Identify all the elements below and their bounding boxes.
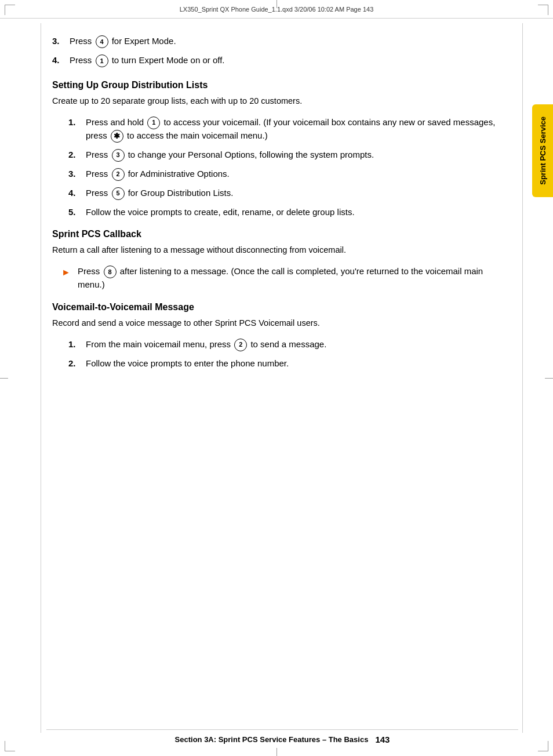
section1-heading: Setting Up Group Distribution Lists (52, 80, 512, 90)
side-tab-label: Sprint PCS Service (539, 117, 547, 185)
key-8-callback: 8 (104, 266, 117, 278)
top-list-item-3: 3. Press 4 for Expert Mode. (52, 35, 512, 48)
section1-item-4-text: Press 5 for Group Distribution Lists. (86, 187, 233, 200)
section1-item-5: 5. Follow the voice prompts to create, e… (68, 206, 512, 219)
key-1-voicemail: 1 (147, 117, 160, 129)
main-content: 3. Press 4 for Expert Mode. 4. Press 1 t… (46, 23, 518, 721)
reg-mark-right (545, 378, 553, 379)
key-1-expert: 1 (96, 54, 108, 67)
section1-item-2: 2. Press 3 to change your Personal Optio… (68, 148, 512, 162)
section3-intro: Record and send a voice message to other… (52, 317, 512, 330)
section-voicemail-msg: Voicemail-to-Voicemail Message Record an… (52, 302, 512, 370)
section1-item-3: 3. Press 2 for Administrative Options. (68, 168, 512, 181)
page-header: LX350_Sprint QX Phone Guide_1.1.qxd 3/20… (0, 0, 553, 19)
section1-item-3-text: Press 2 for Administrative Options. (86, 168, 230, 181)
section1-list: 1. Press and hold 1 to access your voice… (68, 116, 512, 219)
section3-item-1-text: From the main voicemail menu, press 2 to… (86, 338, 326, 351)
section-group-dist: Setting Up Group Distribution Lists Crea… (52, 80, 512, 219)
top-list-item-4: 4. Press 1 to turn Expert Mode on or off… (52, 54, 512, 67)
section-callback: Sprint PCS Callback Return a call after … (52, 229, 512, 291)
key-2-admin: 2 (112, 168, 125, 181)
section1-item-1: 1. Press and hold 1 to access your voice… (68, 116, 512, 143)
section1-item-4: 4. Press 5 for Group Distribution Lists. (68, 187, 512, 200)
bullet-arrow-icon: ► (61, 266, 72, 292)
section1-item-2-text: Press 3 to change your Personal Options,… (86, 148, 374, 162)
section1-item-5-text: Follow the voice prompts to create, edit… (86, 206, 355, 219)
section2-heading: Sprint PCS Callback (52, 229, 512, 239)
crop-mark-br (538, 741, 548, 751)
section1-item-1-text: Press and hold 1 to access your voicemai… (86, 116, 512, 143)
item-3-text: Press 4 for Expert Mode. (70, 35, 176, 48)
key-4: 4 (96, 35, 108, 48)
section3-list: 1. From the main voicemail menu, press 2… (68, 338, 512, 370)
reg-mark-left (0, 378, 8, 379)
top-list: 3. Press 4 for Expert Mode. 4. Press 1 t… (52, 35, 512, 67)
section2-bullet-text: Press 8 after listening to a message. (O… (78, 265, 512, 292)
margin-line-left (41, 23, 41, 733)
section3-heading: Voicemail-to-Voicemail Message (52, 302, 512, 312)
reg-mark-bottom (276, 748, 277, 756)
section2-bullet-list: ► Press 8 after listening to a message. … (61, 265, 512, 292)
side-tab: Sprint PCS Service (532, 104, 553, 197)
item-3-num: 3. (52, 35, 65, 48)
key-2-send: 2 (234, 339, 247, 351)
footer-page-number: 143 (375, 735, 390, 744)
section3-item-1: 1. From the main voicemail menu, press 2… (68, 338, 512, 351)
key-3-personal: 3 (112, 149, 125, 162)
section3-item-2: 2. Follow the voice prompts to enter the… (68, 357, 512, 370)
item-4-num: 4. (52, 54, 65, 67)
section2-intro: Return a call after listening to a messa… (52, 244, 512, 257)
key-5-group: 5 (112, 187, 125, 200)
key-star: ✱ (111, 130, 123, 143)
page-footer: Section 3A: Sprint PCS Service Features … (46, 729, 518, 744)
crop-mark-bl (5, 741, 15, 751)
footer-label: Section 3A: Sprint PCS Service Features … (175, 735, 369, 744)
item-4-text: Press 1 to turn Expert Mode on or off. (70, 54, 225, 67)
section1-intro: Create up to 20 separate group lists, ea… (52, 95, 512, 108)
header-text: LX350_Sprint QX Phone Guide_1.1.qxd 3/20… (180, 6, 374, 13)
section3-item-2-text: Follow the voice prompts to enter the ph… (86, 357, 289, 370)
margin-line-right (522, 23, 523, 733)
section2-bullet-item: ► Press 8 after listening to a message. … (61, 265, 512, 292)
